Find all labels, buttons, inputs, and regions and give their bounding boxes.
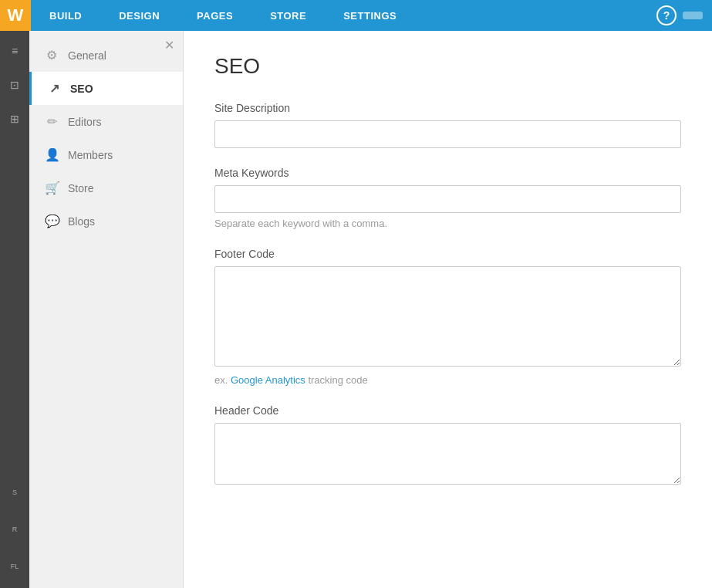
footer-code-textarea[interactable] bbox=[214, 266, 681, 367]
left-icon-group-r: R bbox=[1, 515, 29, 543]
site-description-group: Site Description bbox=[214, 102, 681, 148]
left-icon-r-label: R bbox=[1, 515, 29, 543]
main-layout: ≡ ⊡ ⊞ S R FL ✕ ⚙ General ↗ SEO ✏ E bbox=[0, 31, 712, 588]
help-button[interactable]: ? bbox=[656, 5, 677, 25]
meta-keywords-input[interactable] bbox=[214, 185, 681, 213]
left-icon-grid[interactable]: ⊞ bbox=[1, 105, 29, 133]
left-icon-group-3: ⊞ bbox=[1, 105, 29, 133]
sidebar-item-editors-label: Editors bbox=[68, 116, 102, 128]
settings-sidebar: ✕ ⚙ General ↗ SEO ✏ Editors 👤 Members 🛒 … bbox=[29, 31, 184, 588]
left-icon-pages[interactable]: ⊡ bbox=[1, 71, 29, 99]
nav-build[interactable]: BUILD bbox=[31, 0, 100, 31]
header-code-group: Header Code bbox=[214, 404, 681, 488]
sidebar-item-blogs[interactable]: 💬 Blogs bbox=[29, 204, 183, 238]
sidebar-item-general[interactable]: ⚙ General bbox=[29, 39, 183, 72]
left-icon-fl-label: FL bbox=[1, 553, 29, 580]
site-description-label: Site Description bbox=[214, 102, 681, 114]
sidebar-item-store[interactable]: 🛒 Store bbox=[29, 171, 183, 204]
sidebar-item-seo-label: SEO bbox=[70, 83, 93, 95]
header-code-label: Header Code bbox=[214, 404, 681, 417]
nav-design[interactable]: DESIGN bbox=[100, 0, 178, 31]
nav-items: BUILD DESIGN PAGES STORE SETTINGS bbox=[31, 0, 647, 31]
left-icon-group-2: ⊡ bbox=[1, 71, 29, 99]
close-button[interactable]: ✕ bbox=[161, 37, 177, 52]
sidebar-item-seo[interactable]: ↗ SEO bbox=[29, 72, 183, 105]
footer-code-label: Footer Code bbox=[214, 248, 681, 260]
members-icon: 👤 bbox=[45, 147, 59, 162]
site-description-input[interactable] bbox=[214, 120, 681, 148]
sidebar-item-members[interactable]: 👤 Members bbox=[29, 138, 183, 171]
left-icon-group-1: ≡ bbox=[1, 37, 29, 65]
left-icon-group-fl: FL bbox=[1, 553, 29, 580]
meta-keywords-label: Meta Keywords bbox=[214, 167, 681, 179]
store-icon: 🛒 bbox=[45, 181, 59, 195]
footer-hint-prefix: ex. bbox=[214, 374, 231, 386]
nav-store[interactable]: STORE bbox=[251, 0, 325, 31]
google-analytics-link[interactable]: Google Analytics bbox=[231, 374, 305, 386]
left-icon-s-label: S bbox=[1, 478, 29, 506]
left-icon-group-s: S bbox=[1, 478, 29, 506]
logo-button[interactable]: W bbox=[0, 0, 31, 31]
blogs-icon: 💬 bbox=[45, 214, 59, 228]
header-code-textarea[interactable] bbox=[214, 423, 681, 485]
nav-right: ? bbox=[647, 0, 712, 31]
page-title: SEO bbox=[214, 54, 681, 79]
left-icon-sidebar: ≡ ⊡ ⊞ S R FL bbox=[0, 31, 29, 588]
footer-hint-suffix: tracking code bbox=[305, 374, 368, 386]
sidebar-item-general-label: General bbox=[68, 49, 106, 62]
meta-keywords-group: Meta Keywords Separate each keyword with… bbox=[214, 167, 681, 229]
sidebar-item-members-label: Members bbox=[68, 149, 113, 161]
nav-settings[interactable]: SETTINGS bbox=[325, 0, 415, 31]
sidebar-item-blogs-label: Blogs bbox=[68, 215, 95, 228]
meta-keywords-hint: Separate each keyword with a comma. bbox=[214, 218, 681, 229]
footer-code-hint: ex. Google Analytics tracking code bbox=[214, 374, 681, 386]
sidebar-item-editors[interactable]: ✏ Editors bbox=[29, 105, 183, 138]
seo-icon: ↗ bbox=[47, 81, 61, 96]
user-button[interactable] bbox=[683, 12, 703, 19]
footer-code-group: Footer Code ex. Google Analytics trackin… bbox=[214, 248, 681, 386]
sidebar-item-store-label: Store bbox=[68, 182, 93, 194]
nav-pages[interactable]: PAGES bbox=[178, 0, 251, 31]
gear-icon: ⚙ bbox=[45, 48, 59, 63]
top-navigation: W BUILD DESIGN PAGES STORE SETTINGS ? bbox=[0, 0, 712, 31]
left-icon-menu[interactable]: ≡ bbox=[1, 37, 29, 65]
edit-icon: ✏ bbox=[45, 114, 59, 129]
content-area: SEO Site Description Meta Keywords Separ… bbox=[184, 31, 712, 588]
